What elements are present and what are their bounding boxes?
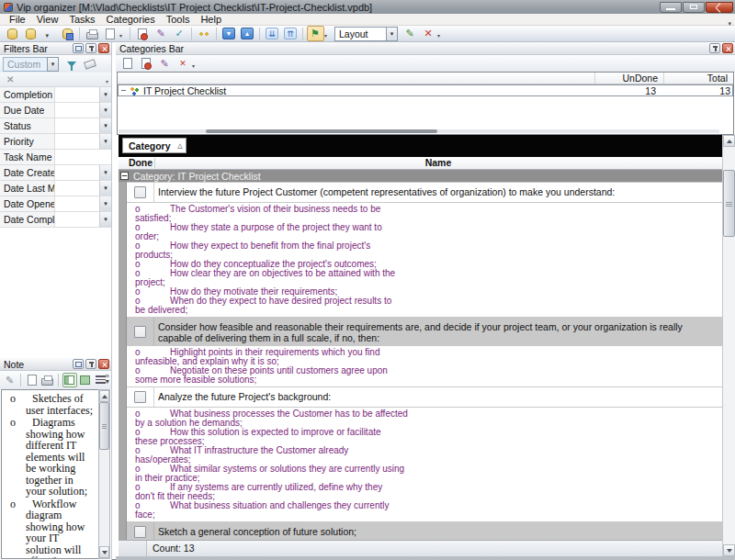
- chevron-down-icon[interactable]: [47, 57, 59, 72]
- pin-icon[interactable]: [85, 359, 96, 369]
- new-task-button[interactable]: [134, 26, 152, 41]
- edit-category-button[interactable]: ✎: [156, 56, 174, 72]
- show-note-pane-button[interactable]: [62, 373, 77, 387]
- print-button[interactable]: [84, 26, 101, 41]
- task-checkbox[interactable]: [134, 326, 146, 338]
- notifications-flag-button[interactable]: ⚑: [307, 26, 324, 41]
- note-scrollbar[interactable]: [98, 389, 110, 559]
- save-database-button[interactable]: [59, 26, 76, 41]
- chevron-down-icon[interactable]: [99, 103, 111, 118]
- toolbar-overflow-icon[interactable]: [324, 28, 332, 39]
- minimize-button[interactable]: [660, 2, 682, 13]
- filter-value-cell[interactable]: [55, 165, 99, 180]
- menu-item-view[interactable]: View: [31, 14, 64, 26]
- group-by-category-button[interactable]: Category: [122, 138, 187, 153]
- layout-combo[interactable]: Layout: [334, 27, 398, 41]
- close-panel-icon[interactable]: [98, 43, 109, 53]
- custom-filter-combo[interactable]: Custom: [3, 57, 59, 72]
- new-category-button[interactable]: [119, 56, 137, 72]
- filter-value-cell[interactable]: [55, 212, 99, 227]
- scroll-up-icon[interactable]: [99, 390, 109, 402]
- task-row[interactable]: Interview the future Project Customer (c…: [127, 182, 722, 203]
- move-down-button[interactable]: ▼: [220, 26, 238, 41]
- new-database-button[interactable]: [4, 26, 21, 41]
- done-column-header[interactable]: Done: [127, 157, 154, 169]
- total-column-header[interactable]: Total: [669, 73, 728, 84]
- edit-note-button[interactable]: ✎: [3, 373, 17, 387]
- scroll-up-icon[interactable]: [723, 135, 735, 147]
- scroll-down-icon[interactable]: [99, 546, 109, 558]
- filter-value-cell[interactable]: [55, 196, 99, 211]
- print-note-button[interactable]: [25, 373, 40, 387]
- menu-item-tasks[interactable]: Tasks: [63, 14, 100, 26]
- filter-value-cell[interactable]: [55, 134, 99, 149]
- note-editor[interactable]: oSketches of user interfaces;oDiagrams s…: [1, 389, 110, 559]
- move-top-button[interactable]: ⇈: [282, 26, 300, 41]
- task-checkbox[interactable]: [134, 391, 146, 403]
- category-row[interactable]: IT Project Checklist 13 13: [118, 84, 733, 96]
- open-database-dropdown[interactable]: [40, 26, 58, 41]
- float-panel-icon[interactable]: [73, 359, 84, 369]
- maximize-button[interactable]: [683, 2, 705, 13]
- undone-column-header[interactable]: UnDone: [605, 73, 658, 84]
- task-checkbox[interactable]: [134, 186, 146, 198]
- scroll-thumb[interactable]: [99, 402, 109, 450]
- filter-value-cell[interactable]: [55, 103, 99, 118]
- toolbar-overflow-icon[interactable]: [437, 28, 445, 39]
- menu-item-tools[interactable]: Tools: [161, 14, 196, 26]
- clear-filter-button[interactable]: [81, 56, 98, 72]
- scroll-thumb[interactable]: [206, 129, 437, 133]
- edit-filter-button[interactable]: [62, 56, 80, 72]
- print-preview-note-button[interactable]: [40, 373, 55, 387]
- chevron-down-icon[interactable]: [99, 118, 111, 133]
- filter-value-cell[interactable]: [55, 181, 99, 196]
- float-panel-icon[interactable]: [73, 43, 84, 53]
- toolbar-overflow-icon[interactable]: [192, 59, 199, 70]
- view-note-button[interactable]: [196, 26, 213, 41]
- close-panel-icon[interactable]: [98, 359, 109, 369]
- chevron-down-icon[interactable]: [99, 196, 111, 211]
- menu-item-help[interactable]: Help: [195, 14, 227, 26]
- close-panel-icon[interactable]: [722, 43, 733, 53]
- chevron-down-icon[interactable]: [99, 87, 111, 102]
- move-up-button[interactable]: ▲: [239, 26, 256, 41]
- toolbar-overflow-icon[interactable]: [119, 28, 127, 39]
- chevron-down-icon[interactable]: [99, 212, 111, 227]
- more-buttons-chevron-icon[interactable]: »▾: [106, 374, 109, 385]
- apply-layout-button[interactable]: ✎: [401, 26, 419, 41]
- show-preview-pane-button[interactable]: [78, 373, 93, 387]
- move-bottom-button[interactable]: ⇊: [264, 26, 281, 41]
- filter-value-cell[interactable]: [55, 118, 99, 133]
- delete-category-button[interactable]: ✕: [175, 56, 192, 72]
- close-button[interactable]: [706, 2, 733, 13]
- scroll-down-icon[interactable]: [723, 544, 735, 556]
- task-row[interactable]: Analyze the future Project's background:: [127, 386, 722, 408]
- categories-hscrollbar[interactable]: [119, 129, 719, 133]
- chevron-down-icon[interactable]: [386, 27, 398, 41]
- open-database-button[interactable]: [22, 26, 40, 41]
- scroll-thumb[interactable]: [723, 170, 735, 237]
- filter-value-cell[interactable]: [55, 150, 111, 164]
- chevron-down-icon[interactable]: [99, 134, 111, 149]
- filter-value-cell[interactable]: [55, 87, 99, 102]
- category-group-row[interactable]: Category: IT Project Checklist: [119, 170, 722, 182]
- task-checkbox[interactable]: [134, 526, 146, 538]
- toolbar-overflow-icon[interactable]: [106, 74, 108, 85]
- delete-layout-button[interactable]: ✕: [420, 26, 437, 41]
- task-row[interactable]: Sketch a general conception of future so…: [127, 521, 722, 540]
- menu-item-file[interactable]: File: [4, 14, 31, 26]
- edit-task-button[interactable]: ✎: [153, 26, 170, 41]
- chevron-down-icon[interactable]: [99, 165, 111, 180]
- remove-filter-icon[interactable]: ✕: [3, 74, 17, 84]
- print-preview-button[interactable]: [102, 26, 119, 41]
- pin-icon[interactable]: [85, 43, 96, 53]
- collapse-icon[interactable]: [120, 172, 129, 180]
- name-column-header[interactable]: Name: [154, 157, 722, 169]
- grid-scrollbar[interactable]: [722, 135, 735, 556]
- task-row[interactable]: Consider how feasible and reasonable the…: [127, 317, 722, 346]
- complete-task-button[interactable]: ✓: [171, 26, 188, 41]
- chevron-down-icon[interactable]: [99, 181, 111, 196]
- menu-item-categories[interactable]: Categories: [101, 14, 161, 26]
- new-subcategory-button[interactable]: [138, 56, 155, 72]
- collapse-icon[interactable]: [120, 87, 127, 94]
